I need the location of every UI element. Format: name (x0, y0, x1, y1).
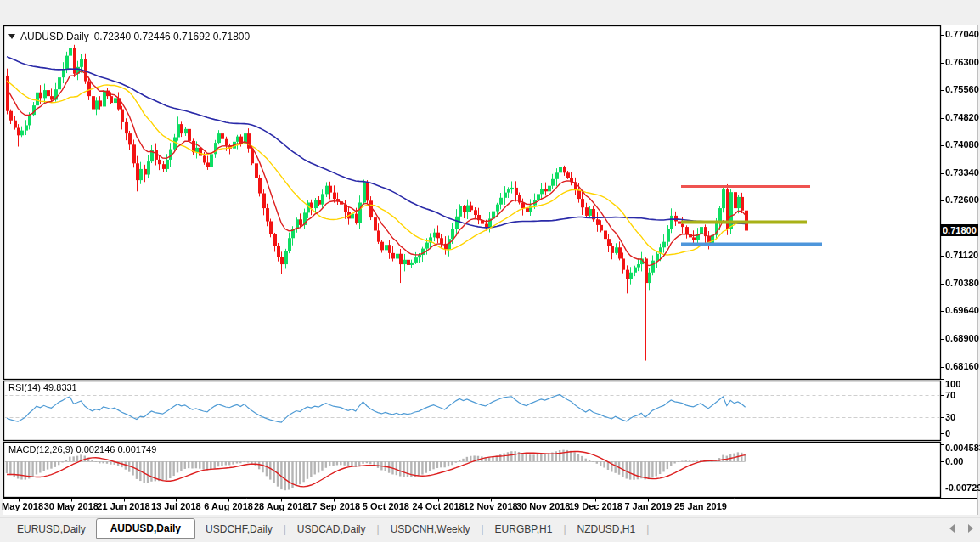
macd-name: MACD(12,26,9) (8, 444, 73, 454)
rsi-axis-label: 100 (945, 379, 960, 389)
price-axis-label: 0.70380 (945, 278, 979, 288)
chart-tab-eurusd-daily[interactable]: EURUSD,Daily (7, 520, 96, 539)
price-axis-label: 0.71120 (945, 250, 978, 260)
price-axis-label: 0.73340 (945, 167, 979, 178)
chart-tab-audusd-daily[interactable]: AUDUSD,Daily (96, 518, 195, 539)
chart-tab-usdcad-daily[interactable]: USDCAD,Daily (287, 520, 376, 539)
tab-separator: | (645, 523, 650, 535)
date-axis-label: 30 May 2018 (44, 501, 99, 511)
date-axis-label: 7 Jan 2019 (624, 501, 672, 511)
date-axis-label: 30 Nov 2018 (516, 501, 571, 511)
macd-axis-label: 0.004583 (945, 443, 980, 453)
price-axis-label: 0.77040 (945, 29, 979, 39)
price-axis-label: 0.74820 (945, 112, 979, 122)
macd-axis-label: 0.00 (945, 456, 963, 466)
mt4-window: H4D1W1MN AUDUSD,Daily 0.72340 0.72446 0.… (0, 0, 980, 542)
date-axis-label: 17 Sep 2018 (307, 501, 360, 511)
chart-ohlc-values: 0.72340 0.72446 0.71692 0.71800 (94, 31, 251, 42)
price-axis-label: 0.74080 (945, 139, 979, 150)
chart-symbol: AUDUSD,Daily (20, 31, 89, 42)
macd-axis-label: -0.007292 (945, 483, 980, 493)
date-axis-label: 19 Dec 2018 (569, 501, 622, 511)
rsi-value: 49.8331 (43, 382, 77, 392)
current-price-tag: 0.71800 (941, 224, 978, 236)
chart-tab-eurgbp-h1[interactable]: EURGBP,H1 (485, 520, 563, 539)
price-axis-label: 0.75560 (945, 84, 979, 94)
chart-canvas[interactable] (0, 0, 980, 542)
date-axis-label: 24 Oct 2018 (413, 501, 465, 511)
chart-tab-usdcnh-weekly[interactable]: USDCNH,Weekly (380, 520, 481, 539)
rsi-axis-label: 0 (945, 428, 950, 438)
price-axis-label: 0.76300 (945, 57, 979, 67)
date-axis-label: 12 Nov 2018 (464, 501, 518, 511)
price-axis-label: 0.69640 (945, 305, 979, 315)
date-axis-label: 5 Oct 2018 (363, 501, 409, 511)
date-axis-label: 8 May 2018 (0, 501, 43, 511)
macd-indicator-label: MACD(12,26,9) 0.002146 0.001749 (8, 444, 156, 454)
date-axis-label: 6 Aug 2018 (204, 501, 253, 511)
price-axis-label: 0.72600 (945, 195, 979, 205)
chart-dropdown-icon[interactable] (8, 34, 15, 39)
chart-tab-usdchf-daily[interactable]: USDCHF,Daily (195, 520, 283, 539)
tab-scroll-right-icon[interactable] (968, 524, 973, 533)
macd-values: 0.002146 0.001749 (76, 444, 156, 454)
price-axis-label: 0.68900 (945, 333, 979, 343)
tab-scroll-left-icon[interactable] (949, 524, 955, 533)
chart-tab-bar: EURUSD,DailyAUDUSD,DailyUSDCHF,Daily|USD… (0, 517, 980, 540)
price-axis-label: 0.68160 (945, 361, 979, 371)
chart-title: AUDUSD,Daily 0.72340 0.72446 0.71692 0.7… (8, 31, 250, 42)
rsi-name: RSI(14) (8, 382, 41, 392)
date-axis-label: 13 Jul 2018 (151, 501, 201, 511)
chart-tab-nzdusd-h1[interactable]: NZDUSD,H1 (567, 520, 646, 539)
rsi-indicator-label: RSI(14) 49.8331 (8, 382, 77, 392)
rsi-axis-label: 30 (945, 412, 955, 422)
date-axis-label: 21 Jun 2018 (97, 501, 149, 511)
date-axis-label: 25 Jan 2019 (674, 501, 727, 511)
rsi-axis-label: 70 (945, 390, 955, 400)
date-axis-label: 28 Aug 2018 (254, 501, 308, 511)
